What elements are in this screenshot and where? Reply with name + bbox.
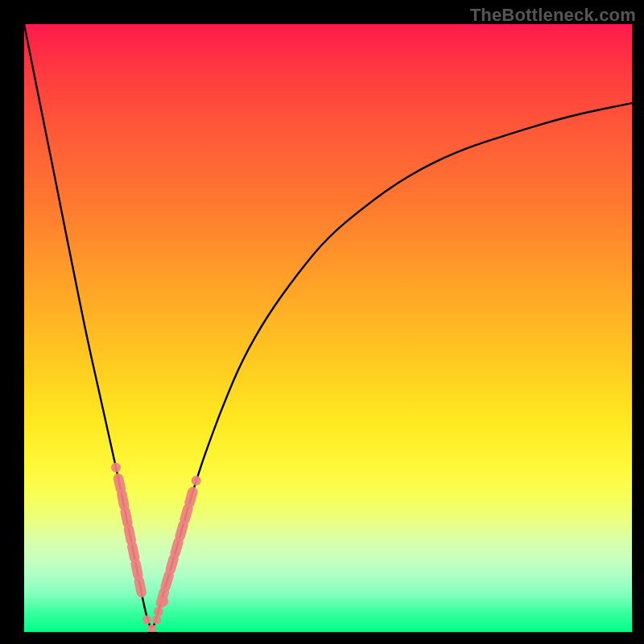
svg-point-18 xyxy=(147,625,156,632)
svg-line-9 xyxy=(166,576,169,586)
chart-frame: TheBottleneck.com xyxy=(0,0,644,644)
watermark-text: TheBottleneck.com xyxy=(470,5,636,26)
svg-line-13 xyxy=(185,509,188,519)
svg-line-14 xyxy=(189,492,192,502)
svg-point-16 xyxy=(192,476,201,485)
svg-line-4 xyxy=(132,547,134,558)
svg-point-15 xyxy=(154,607,163,617)
svg-line-1 xyxy=(122,494,124,506)
svg-point-19 xyxy=(152,615,161,624)
svg-point-20 xyxy=(159,597,168,606)
svg-line-11 xyxy=(175,542,179,552)
svg-line-5 xyxy=(136,564,138,575)
curve-svg xyxy=(24,24,632,632)
svg-point-17 xyxy=(142,615,151,624)
svg-line-6 xyxy=(139,581,142,592)
svg-line-12 xyxy=(180,526,184,536)
marker-clusters xyxy=(111,463,201,632)
svg-line-10 xyxy=(171,559,174,569)
bottleneck-curve-path xyxy=(24,24,632,627)
svg-line-2 xyxy=(126,512,128,523)
plot-area xyxy=(24,24,632,632)
svg-point-7 xyxy=(111,463,121,473)
svg-line-3 xyxy=(129,529,131,540)
svg-line-0 xyxy=(118,478,121,489)
